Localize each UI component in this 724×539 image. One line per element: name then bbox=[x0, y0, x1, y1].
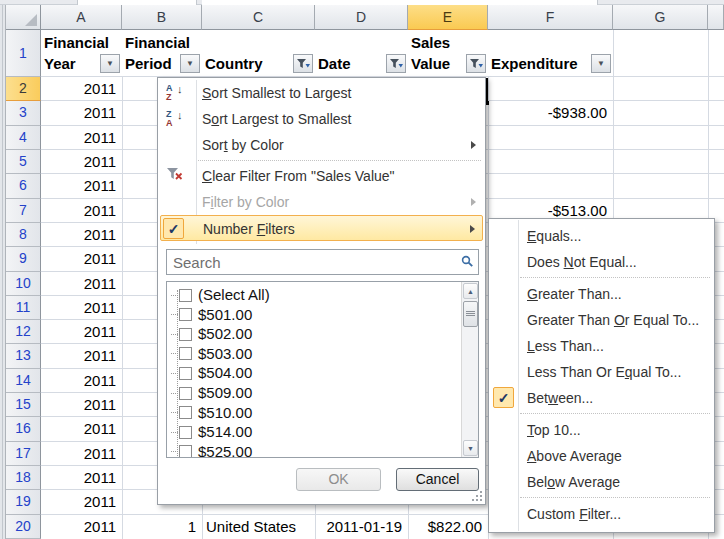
submenu-item-less-than-or-equal-to[interactable]: Less Than Or Equal To... bbox=[491, 359, 712, 385]
rowhead-14[interactable]: 14 bbox=[6, 369, 41, 393]
rowhead-4[interactable]: 4 bbox=[6, 126, 41, 150]
list-item[interactable]: $503.00 bbox=[171, 344, 252, 364]
submenu-item-less-than[interactable]: Less Than... bbox=[491, 333, 712, 359]
rowhead-9[interactable]: 9 bbox=[6, 247, 41, 271]
cell-B20[interactable]: 1 bbox=[122, 515, 201, 539]
cell-A10[interactable]: 2011 bbox=[41, 272, 121, 296]
colhead-A[interactable]: A bbox=[41, 5, 122, 30]
submenu-item-top-10[interactable]: Top 10... bbox=[491, 417, 712, 443]
header-cell-D[interactable]: Date bbox=[315, 30, 408, 76]
rowhead-17[interactable]: 17 bbox=[6, 442, 41, 466]
cell-A19[interactable]: 2011 bbox=[41, 490, 121, 514]
scroll-thumb[interactable] bbox=[463, 301, 478, 327]
colhead-G[interactable]: G bbox=[613, 5, 708, 30]
filter-applied-button-C[interactable] bbox=[293, 54, 313, 73]
checkbox-icon[interactable] bbox=[179, 328, 192, 341]
ok-button[interactable]: OK bbox=[296, 468, 381, 491]
cell-E20[interactable]: $822.00 bbox=[408, 515, 487, 539]
cell-A17[interactable]: 2011 bbox=[41, 442, 121, 466]
rowhead-10[interactable]: 10 bbox=[6, 272, 41, 296]
cell-A9[interactable]: 2011 bbox=[41, 247, 121, 271]
rowhead-2[interactable]: 2 bbox=[6, 77, 41, 101]
rowhead-5[interactable]: 5 bbox=[6, 150, 41, 174]
cell-D20[interactable]: 2011-01-19 bbox=[315, 515, 407, 539]
submenu-item-does-not-equal[interactable]: Does Not Equal... bbox=[491, 249, 712, 275]
list-item[interactable]: $502.00 bbox=[171, 324, 252, 344]
colhead-F[interactable]: F bbox=[488, 5, 613, 30]
list-scrollbar[interactable]: ▲ ▼ bbox=[461, 282, 478, 457]
menu-item-clear-filter-from-sales-value[interactable]: Clear Filter From "Sales Value" bbox=[160, 163, 483, 189]
checkbox-icon[interactable] bbox=[179, 426, 192, 439]
cell-A7[interactable]: 2011 bbox=[41, 199, 121, 223]
colhead-partial[interactable] bbox=[708, 5, 724, 30]
cell-A20[interactable]: 2011 bbox=[41, 515, 121, 539]
list-item[interactable]: $501.00 bbox=[171, 305, 252, 325]
menu-item-sort-largest-to-smallest[interactable]: ZA↓Sort Largest to Smallest bbox=[160, 106, 483, 132]
rowhead-1[interactable]: 1 bbox=[6, 30, 41, 77]
rowhead-6[interactable]: 6 bbox=[6, 174, 41, 198]
list-item[interactable]: $525.00 bbox=[171, 442, 252, 458]
list-item[interactable]: $514.00 bbox=[171, 422, 252, 442]
select-all-corner[interactable] bbox=[6, 5, 41, 30]
rowhead-3[interactable]: 3 bbox=[6, 101, 41, 125]
search-input[interactable] bbox=[168, 251, 458, 273]
rowhead-15[interactable]: 15 bbox=[6, 393, 41, 417]
header-cell-E[interactable]: Sales Value bbox=[408, 30, 488, 76]
colhead-E[interactable]: E bbox=[408, 5, 488, 30]
header-cell-A[interactable]: Financial Year▼ bbox=[41, 30, 122, 76]
cell-A13[interactable]: 2011 bbox=[41, 344, 121, 368]
cell-A16[interactable]: 2011 bbox=[41, 417, 121, 441]
list-item[interactable]: (Select All) bbox=[171, 285, 270, 305]
header-cell-B[interactable]: Financial Period▼ bbox=[122, 30, 202, 76]
colhead-B[interactable]: B bbox=[122, 5, 202, 30]
filter-dropdown-button-B[interactable]: ▼ bbox=[180, 54, 200, 73]
cell-A8[interactable]: 2011 bbox=[41, 223, 121, 247]
filter-dropdown-button-A[interactable]: ▼ bbox=[100, 54, 120, 73]
header-cell-F[interactable]: Expenditure▼ bbox=[488, 30, 613, 76]
cell-A14[interactable]: 2011 bbox=[41, 369, 121, 393]
cell-F3[interactable]: -$938.00 bbox=[488, 101, 612, 125]
cell-A3[interactable]: 2011 bbox=[41, 101, 121, 125]
rowhead-8[interactable]: 8 bbox=[6, 223, 41, 247]
scroll-up-button[interactable]: ▲ bbox=[463, 283, 478, 299]
list-item[interactable]: $504.00 bbox=[171, 363, 252, 383]
submenu-item-greater-than-or-equal-to[interactable]: Greater Than Or Equal To... bbox=[491, 307, 712, 333]
filter-applied-button-D[interactable] bbox=[386, 54, 406, 73]
cell-A15[interactable]: 2011 bbox=[41, 393, 121, 417]
checkbox-icon[interactable] bbox=[179, 347, 192, 360]
cell-A2[interactable]: 2011 bbox=[41, 77, 121, 101]
cell-A6[interactable]: 2011 bbox=[41, 174, 121, 198]
header-cell-C[interactable]: Country bbox=[202, 30, 315, 76]
cell-A12[interactable]: 2011 bbox=[41, 320, 121, 344]
rowhead-19[interactable]: 19 bbox=[6, 490, 41, 514]
checkbox-icon[interactable] bbox=[179, 387, 192, 400]
colhead-D[interactable]: D bbox=[315, 5, 408, 30]
menu-item-sort-by-color[interactable]: Sort by Color bbox=[160, 132, 483, 158]
rowhead-11[interactable]: 11 bbox=[6, 296, 41, 320]
scroll-down-button[interactable]: ▼ bbox=[463, 440, 478, 456]
checkbox-icon[interactable] bbox=[179, 308, 192, 321]
cell-A4[interactable]: 2011 bbox=[41, 126, 121, 150]
checkbox-icon[interactable] bbox=[179, 367, 192, 380]
cell-A18[interactable]: 2011 bbox=[41, 466, 121, 490]
menu-item-filter-by-color[interactable]: Filter by Color bbox=[160, 189, 483, 215]
rowhead-13[interactable]: 13 bbox=[6, 344, 41, 368]
list-item[interactable]: $509.00 bbox=[171, 383, 252, 403]
list-item[interactable]: $510.00 bbox=[171, 403, 252, 423]
checkbox-icon[interactable] bbox=[179, 406, 192, 419]
menu-item-number-filters[interactable]: ✓Number Filters bbox=[160, 215, 483, 241]
submenu-item-between[interactable]: ✓Between... bbox=[491, 385, 712, 411]
colhead-C[interactable]: C bbox=[202, 5, 315, 30]
cell-C20[interactable]: United States bbox=[202, 515, 314, 539]
submenu-item-greater-than[interactable]: Greater Than... bbox=[491, 281, 712, 307]
rowhead-20[interactable]: 20 bbox=[6, 515, 41, 539]
submenu-item-equals[interactable]: Equals... bbox=[491, 223, 712, 249]
cell-A11[interactable]: 2011 bbox=[41, 296, 121, 320]
resize-grip[interactable] bbox=[472, 491, 482, 501]
cell-A5[interactable]: 2011 bbox=[41, 150, 121, 174]
submenu-item-custom-filter[interactable]: Custom Filter... bbox=[491, 501, 712, 527]
submenu-item-below-average[interactable]: Below Average bbox=[491, 469, 712, 495]
checkbox-icon[interactable] bbox=[179, 445, 192, 458]
search-icon[interactable] bbox=[461, 255, 474, 271]
menu-item-sort-smallest-to-largest[interactable]: AZ↓Sort Smallest to Largest bbox=[160, 80, 483, 106]
